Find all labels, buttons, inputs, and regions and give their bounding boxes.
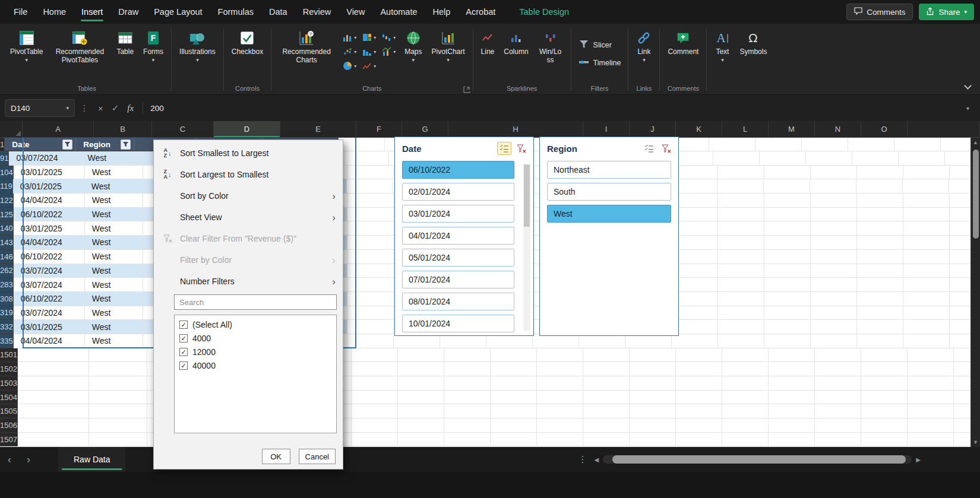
cell-region[interactable]: West [85, 194, 143, 208]
sort-largest-to-smallest-item[interactable]: ZA↓ Sort Largest to Smallest [154, 164, 343, 185]
sheet-view-item[interactable]: Sheet View › [154, 207, 343, 228]
cell[interactable] [18, 391, 89, 405]
enter-entry-button[interactable]: ✓ [108, 103, 124, 113]
column-header-j[interactable]: J [630, 121, 676, 137]
sort-by-color-item[interactable]: Sort by Color › [154, 185, 343, 207]
row-header[interactable]: 1502 [0, 362, 18, 376]
horizontal-scrollbar[interactable]: ◀ ▶ [595, 455, 921, 464]
cell-region[interactable]: West [85, 278, 143, 292]
row-header[interactable]: 308 [0, 292, 14, 306]
cell-date[interactable]: 03/01/2025 [14, 166, 85, 180]
tab-data[interactable]: Data [261, 0, 295, 24]
empty-cells[interactable] [352, 376, 980, 391]
forms-button[interactable]: F Forms ▾ [139, 27, 167, 64]
sheet-nav-left-icon[interactable]: ‹ [0, 453, 19, 466]
cell[interactable] [18, 404, 89, 418]
region-filter-button[interactable] [121, 139, 131, 150]
column-header-l[interactable]: L [722, 121, 769, 137]
row-header[interactable]: 1 [0, 138, 5, 151]
waterfall-chart-button[interactable]: ▾ [382, 33, 396, 42]
maps-button[interactable]: Maps ▾ [400, 27, 426, 64]
row-header[interactable]: 1505 [0, 404, 18, 418]
slicer-item-date[interactable]: 03/01/2024 [402, 205, 514, 223]
cell-region[interactable]: West [85, 221, 143, 236]
cell-region[interactable]: West [85, 250, 143, 264]
row-header[interactable]: 143 [0, 236, 14, 250]
timeline-button[interactable]: Timeline [578, 57, 621, 69]
cell-region[interactable]: West [85, 236, 143, 250]
line-area-chart-button[interactable]: ▾ [362, 61, 376, 71]
cancel-button[interactable]: Cancel [299, 449, 336, 464]
date-slicer-scrollbar[interactable] [523, 164, 530, 331]
column-header-o[interactable]: O [861, 121, 908, 137]
filter-value-select-all[interactable]: ✓ (Select All) [175, 318, 336, 331]
tab-file[interactable]: File [6, 0, 35, 24]
horizontal-scroll-thumb[interactable] [612, 455, 906, 464]
cell-date[interactable]: 03/01/2025 [14, 320, 85, 334]
sparkline-line-button[interactable]: Line [477, 27, 499, 58]
drag-handle-icon[interactable]: ⋮ [75, 103, 94, 113]
slicer-item-date[interactable]: 02/01/2024 [402, 183, 514, 201]
cell[interactable] [89, 376, 147, 391]
table-header-region[interactable]: Region [76, 138, 134, 151]
column-header-e[interactable]: E [280, 121, 356, 137]
empty-cells[interactable] [352, 418, 980, 433]
cell[interactable] [18, 433, 89, 447]
number-filters-item[interactable]: Number Filters › [154, 271, 343, 292]
cell-date[interactable]: 06/10/2022 [14, 208, 85, 222]
scroll-left-icon[interactable]: ◀ [595, 456, 599, 463]
date-slicer-scroll-thumb[interactable] [524, 164, 530, 227]
column-header-n[interactable]: N [815, 121, 861, 137]
cancel-entry-button[interactable]: × [94, 103, 108, 113]
share-button[interactable]: Share ▾ [919, 4, 974, 20]
cell[interactable] [89, 418, 147, 433]
charts-dialog-launcher-icon[interactable] [463, 85, 470, 92]
vertical-scroll-thumb[interactable] [973, 150, 979, 239]
filter-value-item[interactable]: ✓ 4000 [175, 331, 336, 345]
sparkline-winloss-button[interactable]: Win/Loss [534, 27, 567, 66]
row-header[interactable]: 1506 [0, 418, 18, 433]
search-input[interactable] [174, 294, 337, 310]
scroll-up-icon[interactable]: ▲ [973, 138, 978, 147]
scroll-down-icon[interactable]: ▼ [973, 437, 978, 447]
scatter-chart-button[interactable]: ▾ [343, 47, 356, 56]
column-header-g[interactable]: G [402, 121, 448, 137]
cell[interactable] [18, 376, 89, 391]
expand-formula-bar-icon[interactable]: ▾ [960, 105, 975, 112]
slicer-item-date[interactable]: 06/10/2022 [402, 161, 514, 179]
slicer-item-date[interactable]: 04/01/2024 [402, 227, 514, 245]
vertical-scrollbar[interactable]: ▲ ▼ [970, 138, 980, 447]
empty-cells[interactable] [347, 334, 980, 348]
empty-cells[interactable] [352, 362, 980, 376]
cell[interactable] [89, 348, 147, 363]
scroll-right-icon[interactable]: ▶ [916, 456, 921, 463]
cell-region[interactable]: West [85, 334, 143, 348]
sheet-tab-raw-data[interactable]: Raw Data [58, 447, 125, 472]
cell-date[interactable]: 04/04/2024 [14, 334, 85, 348]
row-header[interactable]: 1501 [0, 348, 18, 363]
empty-cells[interactable] [352, 433, 980, 447]
tab-automate[interactable]: Automate [372, 0, 425, 24]
cell-region[interactable]: West [84, 179, 143, 194]
cell[interactable] [89, 404, 147, 418]
tab-view[interactable]: View [339, 0, 372, 24]
date-filter-button[interactable] [62, 139, 72, 150]
select-all-corner[interactable] [0, 121, 23, 137]
column-header-c[interactable]: C [152, 121, 214, 137]
multi-select-icon[interactable] [642, 142, 656, 155]
slicer-item-date[interactable]: 08/01/2024 [402, 293, 514, 310]
tab-draw[interactable]: Draw [110, 0, 146, 24]
row-header[interactable]: 1504 [0, 391, 18, 405]
row-header[interactable]: 335 [0, 334, 14, 348]
multi-select-icon[interactable] [497, 142, 511, 155]
ok-button[interactable]: OK [262, 449, 290, 464]
more-options-icon[interactable]: ⋮ [571, 454, 595, 465]
cell-date[interactable]: 03/07/2024 [14, 306, 85, 321]
column-header-i[interactable]: I [583, 121, 630, 137]
pivotchart-button[interactable]: PivotChart ▾ [428, 27, 469, 64]
cell-region[interactable]: West [85, 306, 143, 321]
cell-region[interactable]: West [85, 166, 143, 180]
slicer-item-region[interactable]: West [547, 205, 671, 223]
empty-cells[interactable] [352, 348, 980, 363]
slicer-button[interactable]: Slicer [578, 39, 621, 51]
